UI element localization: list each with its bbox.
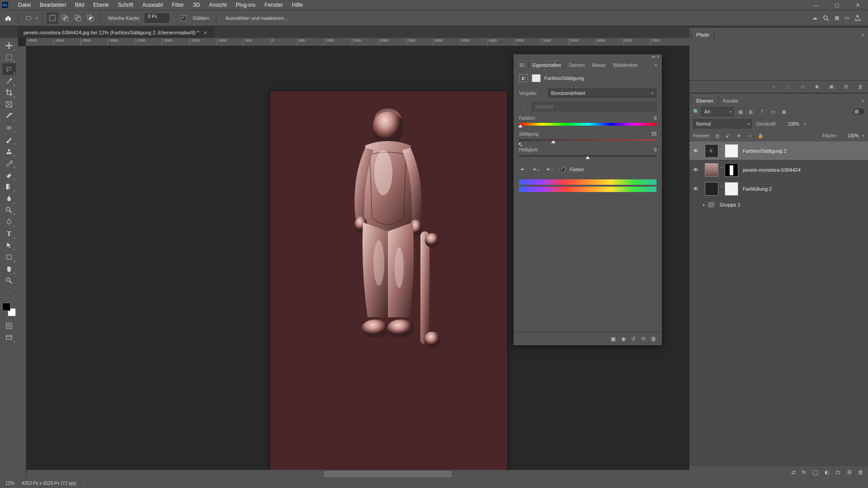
path-selection-tool-icon[interactable] [2, 239, 16, 251]
lock-pixels-icon[interactable]: 🖌 [725, 132, 731, 139]
document-canvas[interactable] [270, 91, 507, 470]
mask-thumb[interactable] [725, 163, 738, 177]
visibility-toggle-icon[interactable]: 👁 [691, 165, 700, 174]
shape-tool-icon[interactable] [2, 251, 16, 263]
selection-subtract-icon[interactable] [72, 13, 83, 23]
path-to-selection-icon[interactable]: ◇ [799, 84, 806, 90]
delete-adjustment-icon[interactable]: 🗑 [651, 336, 656, 342]
preset-select[interactable]: Benutzerdefiniert [548, 89, 656, 98]
lock-all-icon[interactable]: 🔒 [757, 132, 764, 139]
dodge-tool-icon[interactable] [2, 204, 16, 216]
window-close-icon[interactable]: ✕ [847, 0, 868, 10]
new-adjustment-icon[interactable]: ◐ [825, 469, 829, 475]
chevron-right-icon[interactable]: ▸ [703, 202, 705, 207]
stroke-path-icon[interactable]: ◌ [785, 84, 791, 90]
menu-type[interactable]: Schrift [113, 0, 138, 10]
ruler-vertical[interactable] [18, 46, 26, 478]
clip-to-layer-icon[interactable]: ▣ [611, 336, 616, 342]
eyedropper-icon[interactable]: ✒ [519, 166, 526, 173]
layer-mask-icon[interactable] [532, 74, 541, 82]
ruler-horizontal[interactable]: -4500-4000-3500-3000-2500-2000-1500-1000… [26, 38, 689, 46]
zoom-level[interactable]: 12% [5, 481, 14, 486]
blend-mode-select[interactable]: Normal [693, 119, 752, 128]
edit-toolbar-icon[interactable]: ⋯ [2, 286, 16, 298]
layer-name[interactable]: Farbfüllung 2 [743, 186, 772, 192]
tab-paragraph[interactable]: Absatz [589, 61, 610, 70]
layer-name[interactable]: Farbton/Sättigung 2 [743, 148, 787, 154]
group-name[interactable]: Gruppe 1 [720, 202, 741, 207]
workspace-icon[interactable]: ▭ [844, 15, 849, 21]
filter-pixel-icon[interactable]: ▦ [737, 108, 744, 115]
colorize-checkbox[interactable] [560, 167, 565, 172]
link-layers-icon[interactable]: ⇄ [791, 469, 796, 475]
close-icon[interactable]: ✕ [203, 30, 207, 35]
lock-transparency-icon[interactable]: ▨ [714, 132, 720, 139]
horizontal-scrollbar[interactable] [26, 470, 689, 478]
document-tab[interactable]: pexels-monstera-5384424.jpg bei 12% (Far… [18, 27, 213, 38]
filter-adjustment-icon[interactable]: ◐ [748, 108, 755, 115]
delete-path-icon[interactable]: 🗑 [857, 84, 863, 90]
fill-value[interactable]: 100% [841, 133, 859, 138]
close-icon[interactable]: ✕ [657, 55, 660, 59]
history-brush-tool-icon[interactable] [2, 157, 16, 169]
tool-preset-icon[interactable] [23, 13, 34, 23]
adjustment-thumb-icon[interactable]: ◧ [705, 144, 718, 158]
home-icon[interactable] [3, 13, 14, 23]
menu-help[interactable]: Hilfe [288, 0, 307, 10]
menu-3d[interactable]: 3D [189, 0, 204, 10]
lock-artboard-icon[interactable]: ▭ [746, 132, 753, 139]
menu-layer[interactable]: Ebene [89, 0, 113, 10]
quick-mask-icon[interactable] [2, 320, 16, 332]
document-dimensions[interactable]: 4353 Px x 6529 Px (72 ppi) [22, 481, 76, 486]
link-icon[interactable]: ⎯ [719, 182, 724, 196]
lightness-slider[interactable] [519, 153, 656, 160]
reset-icon[interactable]: ⟲ [641, 336, 646, 342]
hue-slider[interactable] [519, 122, 656, 128]
new-layer-icon[interactable]: ⊞ [847, 469, 852, 475]
saturation-value[interactable]: 25 [636, 131, 656, 136]
tab-properties[interactable]: Eigenschaften [528, 61, 565, 70]
mask-thumb[interactable] [725, 144, 738, 158]
chevron-right-icon[interactable]: 〉 [84, 481, 87, 486]
panel-menu-icon[interactable]: ≡ [652, 61, 660, 70]
filter-toggle[interactable] [854, 108, 864, 115]
zoom-tool-icon[interactable] [2, 275, 16, 286]
panel-menu-icon[interactable]: ≡ [860, 30, 866, 39]
move-tool-icon[interactable] [2, 40, 16, 52]
antialias-checkbox[interactable] [181, 15, 186, 21]
tab-character[interactable]: Zeichen [565, 61, 589, 70]
layer-row[interactable]: 👁 ⎯ pexels-monstera-5384424 [689, 160, 868, 179]
saturation-slider[interactable] [519, 137, 656, 144]
layer-style-icon[interactable]: fx [802, 469, 806, 475]
foreground-color-swatch[interactable] [2, 303, 10, 311]
collapse-icon[interactable]: ◂◂ [651, 55, 655, 59]
crop-tool-icon[interactable] [2, 87, 16, 99]
selection-add-icon[interactable] [60, 13, 71, 23]
tab-libraries[interactable]: Bibliotheken [609, 61, 641, 70]
panel-menu-icon[interactable]: ≡ [860, 96, 866, 105]
select-and-mask-button[interactable]: Auswählen und maskieren... [226, 15, 288, 21]
new-path-icon[interactable]: ⊞ [843, 84, 849, 90]
healing-brush-tool-icon[interactable] [2, 122, 16, 134]
selection-new-icon[interactable] [47, 13, 58, 23]
arrange-icon[interactable]: ▦ [835, 15, 839, 21]
menu-file[interactable]: Datei [14, 0, 35, 10]
delete-layer-icon[interactable]: 🗑 [858, 469, 863, 475]
color-swatches[interactable] [2, 303, 16, 316]
add-mask-icon[interactable]: ◯ [812, 469, 818, 475]
filter-type-icon[interactable]: T [759, 108, 765, 115]
tab-paths[interactable]: Pfade [691, 30, 714, 39]
selection-to-path-icon[interactable]: ◆ [814, 84, 820, 90]
tab-channels[interactable]: Kanäle [718, 96, 743, 105]
filter-kind-select[interactable]: Art [701, 107, 734, 116]
fill-thumb[interactable] [705, 182, 718, 196]
layer-row[interactable]: 👁 ⎯ Farbfüllung 2 [689, 179, 868, 198]
menu-select[interactable]: Auswahl [138, 0, 167, 10]
paths-panel-body[interactable] [689, 39, 868, 80]
menu-filter[interactable]: Filter [167, 0, 189, 10]
link-icon[interactable]: ⎯ [719, 163, 724, 177]
menu-view[interactable]: Ansicht [204, 0, 231, 10]
eyedropper-add-icon[interactable]: ✒₊ [533, 166, 540, 173]
window-minimize-icon[interactable]: — [806, 0, 826, 10]
hand-tool-icon[interactable] [2, 263, 16, 275]
